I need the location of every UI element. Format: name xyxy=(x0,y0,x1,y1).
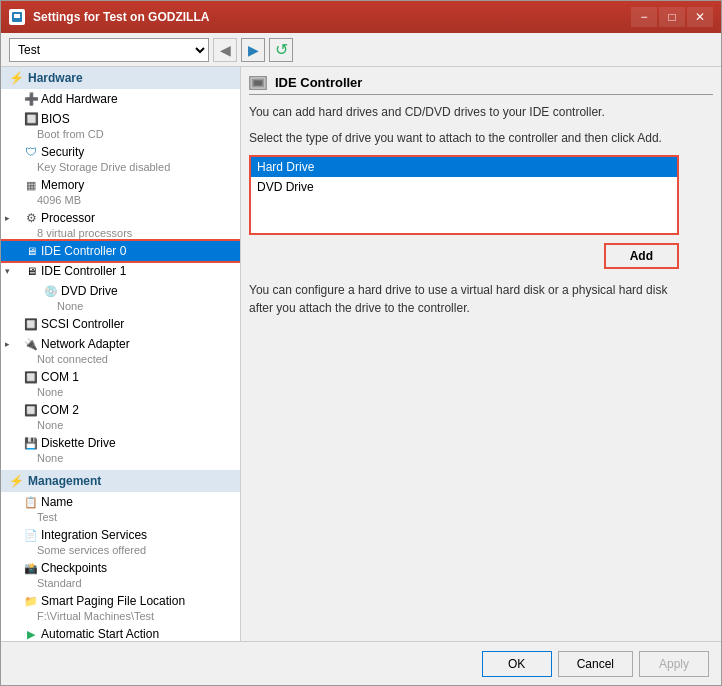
refresh-button[interactable]: ↺ xyxy=(269,38,293,62)
ide-controller-0-label: IDE Controller 0 xyxy=(41,244,236,258)
sidebar-item-ide-controller-0[interactable]: 🖥 IDE Controller 0 xyxy=(1,241,240,261)
bottom-bar: OK Cancel Apply xyxy=(1,641,721,685)
processor-icon: ⚙ xyxy=(21,210,41,226)
tree-item-ide-controller-0: 🖥 IDE Controller 0 xyxy=(1,241,240,261)
tree-item-security: 🛡 Security Key Storage Drive disabled xyxy=(1,142,240,175)
sidebar-item-memory[interactable]: ▦ Memory xyxy=(1,175,240,195)
tree-item-com1: 🔲 COM 1 None xyxy=(1,367,240,400)
sidebar-item-bios[interactable]: 🔲 BIOS xyxy=(1,109,240,129)
com2-sublabel: None xyxy=(37,419,240,431)
sidebar-item-processor[interactable]: ▸ ⚙ Processor xyxy=(1,208,240,228)
processor-label: Processor xyxy=(41,211,236,225)
auto-start-icon: ▶ xyxy=(21,626,41,641)
panel-title: IDE Controller xyxy=(275,75,362,90)
sidebar-item-ide-controller-1[interactable]: ▾ 🖥 IDE Controller 1 xyxy=(1,261,240,281)
tree-item-network-adapter: ▸ 🔌 Network Adapter Not connected xyxy=(1,334,240,367)
checkpoints-label: Checkpoints xyxy=(41,561,236,575)
main-window: Settings for Test on GODZILLA − □ ✕ Test… xyxy=(0,0,722,686)
hardware-section-label: Hardware xyxy=(28,71,83,85)
tree-item-checkpoints: 📸 Checkpoints Standard xyxy=(1,558,240,591)
sidebar-item-auto-start[interactable]: ▶ Automatic Start Action xyxy=(1,624,240,641)
add-button-row: Add xyxy=(249,243,679,269)
drive-item-hard-drive[interactable]: Hard Drive xyxy=(251,157,677,177)
sidebar-item-security[interactable]: 🛡 Security xyxy=(1,142,240,162)
scsi-icon: 🔲 xyxy=(21,316,41,332)
memory-icon: ▦ xyxy=(21,177,41,193)
sidebar-item-integration-services[interactable]: 📄 Integration Services xyxy=(1,525,240,545)
processor-expand-icon: ▸ xyxy=(5,213,21,223)
ok-button[interactable]: OK xyxy=(482,651,552,677)
close-button[interactable]: ✕ xyxy=(687,7,713,27)
tree-item-smart-paging: 📁 Smart Paging File Location F:\Virtual … xyxy=(1,591,240,624)
dvd-drive-label: DVD Drive xyxy=(61,284,236,298)
window-controls: − □ ✕ xyxy=(631,7,713,27)
smart-paging-icon: 📁 xyxy=(21,593,41,609)
hardware-section-header: ⚡ Hardware xyxy=(1,67,240,89)
minimize-button[interactable]: − xyxy=(631,7,657,27)
drive-item-dvd-drive[interactable]: DVD Drive xyxy=(251,177,677,197)
sidebar-item-com1[interactable]: 🔲 COM 1 xyxy=(1,367,240,387)
tree-item-scsi: 🔲 SCSI Controller xyxy=(1,314,240,334)
add-hardware-icon: ➕ xyxy=(21,91,41,107)
window-title: Settings for Test on GODZILLA xyxy=(33,10,623,24)
dvd-icon: 💿 xyxy=(41,283,61,299)
sidebar-item-diskette[interactable]: 💾 Diskette Drive xyxy=(1,433,240,453)
smart-paging-sublabel: F:\Virtual Machines\Test xyxy=(37,610,240,622)
hardware-section-icon: ⚡ xyxy=(9,71,24,85)
integration-icon: 📄 xyxy=(21,527,41,543)
drive-list[interactable]: Hard Drive DVD Drive xyxy=(249,155,679,235)
network-expand-icon: ▸ xyxy=(5,339,21,349)
sidebar-item-checkpoints[interactable]: 📸 Checkpoints xyxy=(1,558,240,578)
tree-item-ide-controller-1: ▾ 🖥 IDE Controller 1 💿 DVD Drive None xyxy=(1,261,240,314)
back-button[interactable]: ◀ xyxy=(213,38,237,62)
tree-item-auto-start: ▶ Automatic Start Action Restart if prev… xyxy=(1,624,240,641)
bios-icon: 🔲 xyxy=(21,111,41,127)
ide-controller-0-icon: 🖥 xyxy=(21,243,41,259)
diskette-sublabel: None xyxy=(37,452,240,464)
vm-select[interactable]: Test xyxy=(9,38,209,62)
bios-label: BIOS xyxy=(41,112,236,126)
smart-paging-label: Smart Paging File Location xyxy=(41,594,236,608)
com2-icon: 🔲 xyxy=(21,402,41,418)
com2-label: COM 2 xyxy=(41,403,236,417)
tree-item-add-hardware: ➕ Add Hardware xyxy=(1,89,240,109)
ide-controller-panel-icon xyxy=(249,76,267,90)
apply-button[interactable]: Apply xyxy=(639,651,709,677)
com1-sublabel: None xyxy=(37,386,240,398)
sidebar-item-network-adapter[interactable]: ▸ 🔌 Network Adapter xyxy=(1,334,240,354)
ide-controller-1-icon: 🖥 xyxy=(21,263,41,279)
com1-label: COM 1 xyxy=(41,370,236,384)
tree-item-diskette: 💾 Diskette Drive None xyxy=(1,433,240,466)
sidebar-item-scsi[interactable]: 🔲 SCSI Controller xyxy=(1,314,240,334)
checkpoints-sublabel: Standard xyxy=(37,577,240,589)
svg-rect-4 xyxy=(254,80,263,85)
integration-sublabel: Some services offered xyxy=(37,544,240,556)
panel-desc1: You can add hard drives and CD/DVD drive… xyxy=(249,103,713,121)
content-area: ⚡ Hardware ➕ Add Hardware 🔲 BIOS Boot fr… xyxy=(1,67,721,641)
panel-header: IDE Controller xyxy=(249,75,713,95)
network-icon: 🔌 xyxy=(21,336,41,352)
scsi-label: SCSI Controller xyxy=(41,317,236,331)
title-bar: Settings for Test on GODZILLA − □ ✕ xyxy=(1,1,721,33)
name-sublabel: Test xyxy=(37,511,240,523)
sidebar-item-smart-paging[interactable]: 📁 Smart Paging File Location xyxy=(1,591,240,611)
com1-icon: 🔲 xyxy=(21,369,41,385)
forward-button[interactable]: ▶ xyxy=(241,38,265,62)
sidebar-item-com2[interactable]: 🔲 COM 2 xyxy=(1,400,240,420)
tree-item-com2: 🔲 COM 2 None xyxy=(1,400,240,433)
security-icon: 🛡 xyxy=(21,144,41,160)
network-adapter-label: Network Adapter xyxy=(41,337,236,351)
sidebar-item-add-hardware[interactable]: ➕ Add Hardware xyxy=(1,89,240,109)
cancel-button[interactable]: Cancel xyxy=(558,651,633,677)
memory-sublabel: 4096 MB xyxy=(37,194,240,206)
security-sublabel: Key Storage Drive disabled xyxy=(37,161,240,173)
sidebar-item-name[interactable]: 📋 Name xyxy=(1,492,240,512)
sidebar-item-dvd-drive[interactable]: 💿 DVD Drive xyxy=(21,281,240,301)
main-panel: IDE Controller You can add hard drives a… xyxy=(241,67,721,641)
add-hardware-label: Add Hardware xyxy=(41,92,236,106)
tree-item-memory: ▦ Memory 4096 MB xyxy=(1,175,240,208)
svg-rect-1 xyxy=(14,14,20,18)
maximize-button[interactable]: □ xyxy=(659,7,685,27)
sidebar: ⚡ Hardware ➕ Add Hardware 🔲 BIOS Boot fr… xyxy=(1,67,241,641)
add-button[interactable]: Add xyxy=(604,243,679,269)
